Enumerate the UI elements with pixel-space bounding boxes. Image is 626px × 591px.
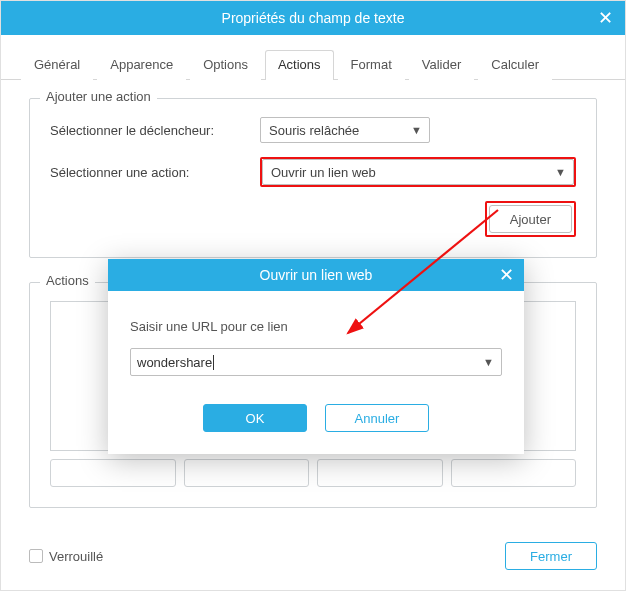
dialog-title: Propriétés du champ de texte <box>222 10 405 26</box>
inner-dialog-body: Saisir une URL pour ce lien wondershare … <box>108 291 524 454</box>
url-input[interactable]: wondershare <box>130 348 502 376</box>
action-list-btn-2[interactable] <box>184 459 310 487</box>
tabs-bar: Général Apparence Options Actions Format… <box>1 35 625 80</box>
action-list-btn-1[interactable] <box>50 459 176 487</box>
add-button[interactable]: Ajouter <box>489 205 572 233</box>
actions-buttons-row <box>50 459 576 487</box>
action-row: Sélectionner une action: ▼ <box>50 157 576 187</box>
add-action-fieldset: Ajouter une action Sélectionner le décle… <box>29 98 597 258</box>
cancel-button[interactable]: Annuler <box>325 404 429 432</box>
trigger-row: Sélectionner le déclencheur: ▼ <box>50 117 576 143</box>
text-cursor <box>213 355 214 370</box>
action-list-btn-3[interactable] <box>317 459 443 487</box>
close-icon[interactable]: ✕ <box>499 264 514 286</box>
url-prompt: Saisir une URL pour ce lien <box>130 319 502 334</box>
inner-dialog-titlebar[interactable]: Ouvrir un lien web ✕ <box>108 259 524 291</box>
open-weblink-dialog: Ouvrir un lien web ✕ Saisir une URL pour… <box>108 259 524 454</box>
url-input-value: wondershare <box>137 355 212 370</box>
locked-checkbox[interactable] <box>29 549 43 563</box>
tab-validate[interactable]: Valider <box>409 50 475 80</box>
tab-format[interactable]: Format <box>338 50 405 80</box>
add-button-row: Ajouter <box>50 201 576 237</box>
tab-options[interactable]: Options <box>190 50 261 80</box>
locked-checkbox-wrap[interactable]: Verrouillé <box>29 549 103 564</box>
add-action-legend: Ajouter une action <box>40 89 157 104</box>
dialog-footer: Verrouillé Fermer <box>29 542 597 570</box>
dialog-titlebar[interactable]: Propriétés du champ de texte ✕ <box>1 1 625 35</box>
inner-dialog-buttons: OK Annuler <box>130 404 502 432</box>
action-label: Sélectionner une action: <box>50 165 260 180</box>
locked-label: Verrouillé <box>49 549 103 564</box>
action-list-btn-4[interactable] <box>451 459 577 487</box>
trigger-select[interactable] <box>260 117 430 143</box>
close-icon[interactable]: ✕ <box>598 7 613 29</box>
tab-general[interactable]: Général <box>21 50 93 80</box>
action-select[interactable] <box>262 159 574 185</box>
trigger-label: Sélectionner le déclencheur: <box>50 123 260 138</box>
tab-actions[interactable]: Actions <box>265 50 334 80</box>
tab-calculate[interactable]: Calculer <box>478 50 552 80</box>
add-button-highlight: Ajouter <box>485 201 576 237</box>
url-input-wrap: wondershare ▼ <box>130 348 502 376</box>
inner-dialog-title: Ouvrir un lien web <box>260 267 373 283</box>
trigger-select-wrap: ▼ <box>260 117 430 143</box>
ok-button[interactable]: OK <box>203 404 307 432</box>
close-button[interactable]: Fermer <box>505 542 597 570</box>
actions-legend: Actions <box>40 273 95 288</box>
action-select-wrap: ▼ <box>260 157 576 187</box>
tab-appearance[interactable]: Apparence <box>97 50 186 80</box>
